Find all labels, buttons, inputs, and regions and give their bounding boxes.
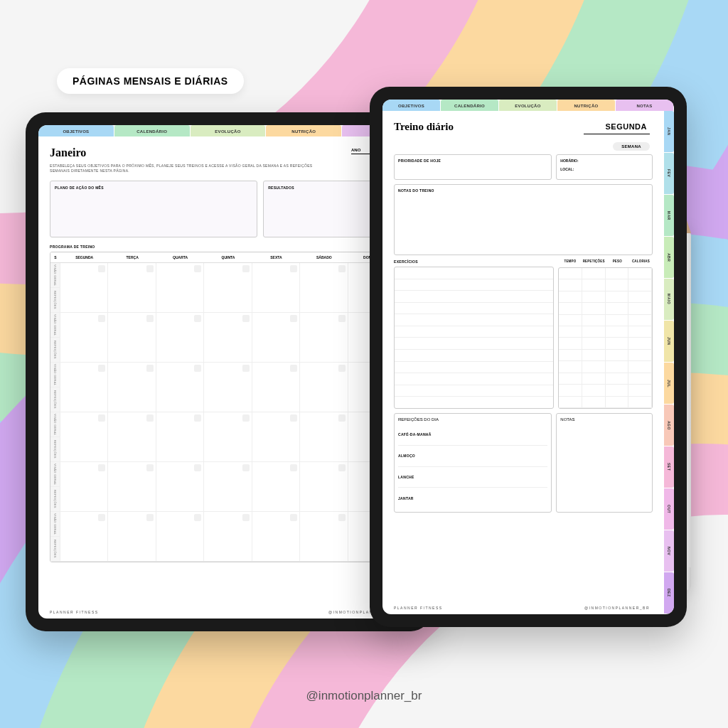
exercise-columns: TEMPO REPETIÇÕES PESO CALORIAS: [558, 259, 653, 409]
col-tempo: TEMPO: [558, 259, 582, 264]
footer-right: @INMOTIONPLANNER_BR: [584, 606, 650, 610]
exercicios-label: EXERCÍCIOS: [394, 259, 554, 264]
tab-nutricao[interactable]: NUTRIÇÃO: [557, 100, 615, 111]
exercicios-section: EXERCÍCIOS: [394, 259, 554, 409]
day-name: SEGUNDA: [584, 122, 650, 134]
col-cal: CALORIAS: [629, 259, 653, 264]
meal-cafe: CAFÉ-DA-MANHÃ: [398, 432, 448, 437]
meal-jantar: JANTAR: [398, 496, 448, 500]
weekday-s: S: [50, 252, 60, 262]
prioridade-box[interactable]: PRIORIDADE DE HOJE: [394, 154, 552, 180]
tab-calendario[interactable]: CALENDÁRIO: [441, 100, 498, 111]
tab-notas[interactable]: NOTAS: [616, 100, 673, 111]
tab-evolucao[interactable]: EVOLUÇÃO: [499, 100, 557, 111]
social-handle: @inmotionplanner_br: [0, 689, 728, 703]
weekday-sex: SEXTA: [252, 252, 300, 262]
semana-button[interactable]: SEMANA: [613, 142, 650, 151]
tab-nutricao[interactable]: NUTRIÇÃO: [266, 125, 341, 136]
tablet-daily: OBJETIVOS CALENDÁRIO EVOLUÇÃO NUTRIÇÃO N…: [370, 87, 687, 627]
horario-label: HORÁRIO:: [560, 159, 648, 163]
meal-almoco: ALMOÇO: [398, 454, 448, 458]
meal-lanche: LANCHE: [398, 475, 448, 479]
weekday-qua: QUARTA: [156, 252, 204, 262]
footer-left: PLANNER FITNESS: [394, 606, 443, 610]
cal-side-ref[interactable]: REFEIÇÕES: [50, 288, 60, 313]
footer-left: PLANNER FITNESS: [50, 610, 99, 614]
programa-label: PROGRAMA DE TREINO: [50, 245, 397, 249]
tab-evolucao[interactable]: EVOLUÇÃO: [191, 125, 266, 136]
tab-objetivos[interactable]: OBJETIVOS: [382, 100, 440, 111]
top-tabs: OBJETIVOS CALENDÁRIO EVOLUÇÃO NUTRIÇÃO N…: [38, 125, 418, 136]
exercicios-lines[interactable]: [394, 267, 554, 409]
notas-box[interactable]: NOTAS: [556, 413, 653, 513]
exercise-grid[interactable]: [558, 267, 653, 409]
month-intro: ESTABELEÇA SEUS OBJETIVOS PARA O PRÓXIMO…: [50, 164, 320, 173]
weekday-seg: SEGUNDA: [60, 252, 108, 262]
plano-label: PLANO DE AÇÃO DO MÊS: [55, 186, 252, 190]
weekday-qui: QUINTA: [204, 252, 252, 262]
col-rep: REPETIÇÕES: [582, 259, 606, 264]
calendar-grid[interactable]: [60, 263, 396, 562]
refeicoes-box[interactable]: REFEIÇÕES DO DIA CAFÉ-DA-MANHÃ ALMOÇO LA…: [394, 413, 552, 513]
horario-local-box[interactable]: HORÁRIO: LOCAL:: [556, 154, 653, 180]
month-title: Janeiro: [50, 146, 397, 159]
notas-treino-box[interactable]: NOTAS DO TREINO: [394, 184, 653, 255]
plano-box[interactable]: PLANO DE AÇÃO DO MÊS: [50, 181, 257, 237]
section-badge: PÁGINAS MENSAIS E DIÁRIAS: [57, 68, 244, 94]
training-calendar: S SEGUNDA TERÇA QUARTA QUINTA SEXTA SÁBA…: [50, 252, 397, 562]
cal-side-visao[interactable]: VISÃO GERAL: [50, 263, 60, 288]
weekday-ter: TERÇA: [108, 252, 156, 262]
tab-objetivos[interactable]: OBJETIVOS: [38, 125, 114, 136]
local-label: LOCAL:: [560, 167, 648, 171]
col-peso: PESO: [606, 259, 629, 264]
weekday-sab: SÁBADO: [300, 252, 348, 262]
tab-calendario[interactable]: CALENDÁRIO: [114, 125, 190, 136]
